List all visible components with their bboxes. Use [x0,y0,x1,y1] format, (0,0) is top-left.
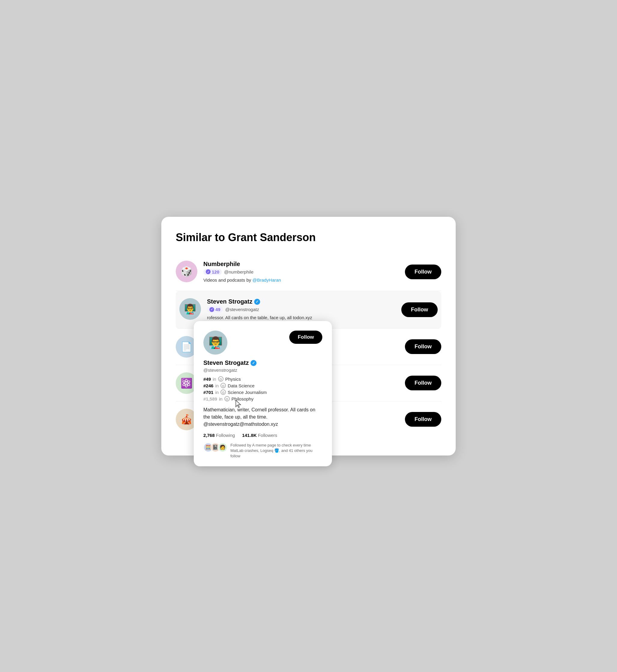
followed-by-avatars: 🧮 📓 🧑 [203,442,227,452]
category-icon-physics: ○ [218,376,223,382]
category-icon-journalism: ○ [220,389,226,395]
rank-handle-row: ✓ 120 @numberphile [203,269,398,275]
name-row-strogatz: Steven Strogatz ✓ [207,298,394,305]
hover-follow-button[interactable]: Follow [289,331,322,344]
rank-item-datascience: #246 in ○ Data Science [203,383,322,388]
hover-card-stats: 2,768 Following 141.8K Followers [203,433,322,438]
hover-card-top: 👨‍🏫 Follow [203,331,322,355]
avatar-strogatz: 👨‍🏫 [179,298,201,320]
hover-card-name: Steven Strogatz [203,359,249,366]
hover-card-avatar: 👨‍🏫 [203,331,227,355]
hover-card-strogatz: 👨‍🏫 Follow Steven Strogatz ✓ @stevenstro… [194,321,332,466]
rank-item-physics: #49 in ○ Physics [203,376,322,382]
user-handle: @numberphile [224,269,253,275]
user-info-strogatz: Steven Strogatz ✓ ✓ 49 @stevenstrogatz r… [207,298,394,321]
user-handle-strogatz: @stevenstrogatz [225,307,259,312]
rank-check-icon-strogatz: ✓ [209,307,214,312]
rank-handle-row-strogatz: ✓ 49 @stevenstrogatz [207,306,394,313]
user-info: Numberphile ✓ 120 @numberphile Videos an… [203,261,398,284]
user-name-strogatz: Steven Strogatz [207,298,252,305]
follow-button-snatoms[interactable]: Follow [405,376,441,390]
category-icon-philosophy: ○ [224,396,230,401]
user-list: 🎲 Numberphile ✓ 120 @numberphile Videos … [176,254,441,437]
avatar: 🎲 [176,261,197,282]
hover-verified-badge: ✓ [250,360,256,366]
verified-badge-strogatz: ✓ [254,299,260,305]
user-description-strogatz: rofessor. All cards on the table, face u… [207,314,357,321]
hover-name-row: Steven Strogatz ✓ [203,359,322,366]
category-icon-datascience: ○ [220,383,226,388]
followed-by-text: Followed by A meme page to check every t… [230,442,322,459]
hover-card-handle: @stevenstrogatz [203,367,322,373]
user-description: Videos and podcasts by @BradyHaran [203,277,398,284]
user-row-strogatz: 👨‍🏫 Steven Strogatz ✓ ✓ 49 @stevenstroga… [176,291,441,329]
rank-num-strogatz: 49 [215,307,220,312]
user-name: Numberphile [203,261,240,268]
followed-avatar-3: 🧑 [218,442,227,452]
name-row: Numberphile [203,261,398,268]
description-link[interactable]: @BradyHaran [252,278,281,283]
follow-button-arxiv[interactable]: Follow [405,339,441,354]
follow-button-standup[interactable]: Follow [405,412,441,427]
follow-button-strogatz[interactable]: Follow [401,302,438,317]
hover-followed-by: 🧮 📓 🧑 Followed by A meme page to check e… [203,442,322,459]
following-stat: 2,768 Following [203,433,235,438]
page-title: Similar to Grant Sanderson [176,231,441,244]
rank-item-sciencejournalism: #701 in ○ Science Journalism [203,389,322,395]
rank-badge: ✓ 120 [203,269,222,275]
follow-button-numberphile[interactable]: Follow [405,265,441,279]
rank-num: 120 [212,269,219,275]
main-card: Similar to Grant Sanderson 🎲 Numberphile… [161,217,456,455]
rank-item-philosophy: #1,589 in ○ Philosophy [203,396,322,401]
user-row: 🎲 Numberphile ✓ 120 @numberphile Videos … [176,254,441,291]
rank-check-icon: ✓ [206,269,211,274]
rank-badge-strogatz: ✓ 49 [207,306,223,313]
hover-card-bio: Mathematician, writer, Cornell professor… [203,406,322,428]
followers-stat: 141.8K Followers [242,433,277,438]
hover-card-ranks: #49 in ○ Physics #246 in ○ Data Science … [203,376,322,401]
